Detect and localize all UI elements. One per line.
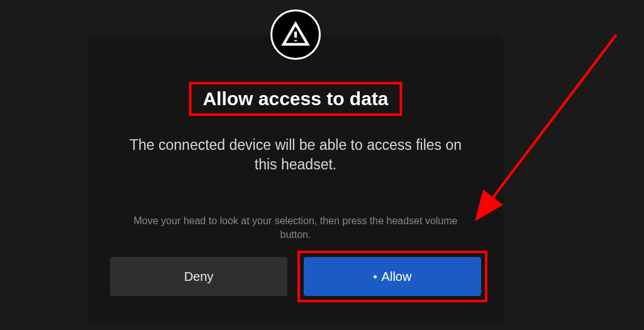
- dialog-title: Allow access to data: [203, 88, 388, 110]
- deny-button[interactable]: Deny: [110, 257, 287, 296]
- title-highlight-box: Allow access to data: [189, 82, 402, 116]
- vr-cursor-dot: [374, 275, 377, 278]
- dialog-body-text: The connected device will be able to acc…: [119, 135, 472, 174]
- dialog-hint-text: Move your head to look at your selection…: [119, 214, 472, 242]
- allow-button-label: Allow: [382, 270, 412, 284]
- permission-dialog: Allow access to data The connected devic…: [88, 35, 503, 324]
- allow-highlight-box: Allow: [297, 251, 487, 302]
- dialog-button-row: Deny Allow: [110, 257, 481, 296]
- allow-button[interactable]: Allow: [304, 257, 481, 296]
- warning-triangle-icon: [281, 20, 310, 49]
- warning-icon: [270, 9, 321, 60]
